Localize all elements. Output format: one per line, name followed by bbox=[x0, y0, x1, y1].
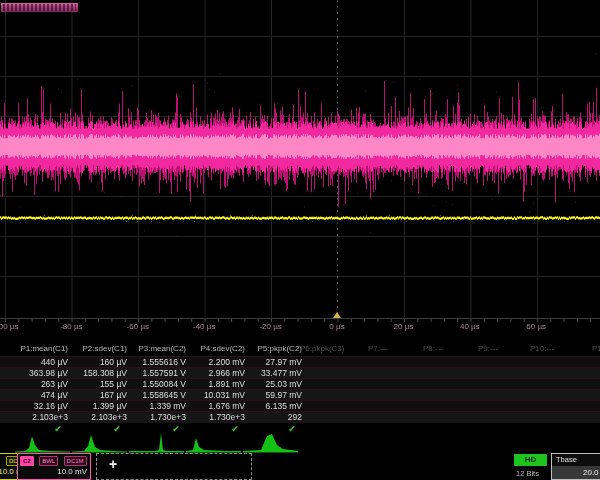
timebase-descriptor[interactable]: Tbase 20.0 µs bbox=[551, 453, 600, 480]
param-value: 1.339 mV bbox=[129, 401, 186, 412]
histicon-p4-chart bbox=[186, 432, 241, 453]
param-value: 1.557591 V bbox=[129, 368, 186, 379]
param-value: 440 µV bbox=[11, 357, 68, 368]
time-axis-label: -80 µs bbox=[60, 322, 82, 331]
param-value: 2.103e+3 bbox=[70, 412, 127, 423]
time-axis-label: -40 µs bbox=[193, 322, 215, 331]
param-value: 167 µV bbox=[70, 390, 127, 401]
adc-bits-label: 12 Bits bbox=[516, 469, 539, 478]
param-value: 59.97 mV bbox=[245, 390, 302, 401]
histicon-p5[interactable] bbox=[243, 432, 298, 453]
param-header[interactable]: P1:mean(C1) bbox=[11, 344, 68, 354]
param-value: 32.16 µV bbox=[11, 401, 68, 412]
time-axis: -100 µs-80 µs-60 µs-40 µs-20 µs0 µs20 µs… bbox=[0, 322, 600, 334]
tbase-label: Tbase bbox=[556, 455, 577, 464]
histicon-p2-chart bbox=[72, 432, 127, 453]
measure-table: P1:mean(C1)P2:sdev(C1)P3:mean(C2)P4:sdev… bbox=[0, 344, 600, 434]
param-header[interactable]: P4:sdev(C2) bbox=[188, 344, 245, 354]
histicon-p1-chart bbox=[15, 432, 70, 453]
param-value: 1.730e+3 bbox=[188, 412, 245, 423]
param-value: 10.031 mV bbox=[188, 390, 245, 401]
param-header-inactive[interactable]: P9:--- bbox=[478, 344, 538, 354]
c2-coupling-badge: DC1M bbox=[64, 456, 87, 466]
histicon-p5-chart bbox=[243, 432, 298, 453]
time-axis-label: 20 µs bbox=[394, 322, 414, 331]
time-axis-label: 60 µs bbox=[526, 322, 546, 331]
c2-channel-badge: C2 bbox=[20, 456, 34, 466]
param-value: 1.891 mV bbox=[188, 379, 245, 390]
histicon-p2[interactable] bbox=[72, 432, 127, 453]
c2-bwl-badge: BWL bbox=[39, 456, 58, 466]
param-value: 2.103e+3 bbox=[11, 412, 68, 423]
param-value: 1.558645 V bbox=[129, 390, 186, 401]
time-axis-label: -100 µs bbox=[0, 322, 18, 331]
param-value: 1.399 µV bbox=[70, 401, 127, 412]
time-axis-label: 40 µs bbox=[460, 322, 480, 331]
time-axis-label: -60 µs bbox=[127, 322, 149, 331]
param-header-inactive[interactable]: P6:pkpk(C3) bbox=[300, 344, 360, 354]
param-value: 1.676 mV bbox=[188, 401, 245, 412]
histicon-p1[interactable] bbox=[15, 432, 70, 453]
tbase-value: 20.0 µs bbox=[552, 466, 600, 479]
param-header[interactable]: P3:mean(C2) bbox=[129, 344, 186, 354]
time-axis-label: 0 µs bbox=[329, 322, 344, 331]
param-value: 27.97 mV bbox=[245, 357, 302, 368]
top-left-badge bbox=[1, 3, 78, 12]
param-value: 363.98 µV bbox=[11, 368, 68, 379]
param-value: 1.550084 V bbox=[129, 379, 186, 390]
channel-c2-descriptor[interactable]: C2 BWL DC1M 10.0 mV bbox=[17, 453, 91, 480]
param-value: 292 bbox=[245, 412, 302, 423]
param-value: 1.730e+3 bbox=[129, 412, 186, 423]
param-value: 33.477 mV bbox=[245, 368, 302, 379]
param-value: 25.03 mV bbox=[245, 379, 302, 390]
histicon-p3[interactable] bbox=[129, 432, 184, 453]
add-new-trace-button[interactable]: + bbox=[96, 453, 252, 480]
c2-scale-value: 10.0 mV bbox=[57, 467, 87, 476]
param-value: 1.555616 V bbox=[129, 357, 186, 368]
param-header-inactive[interactable]: P7:--- bbox=[368, 344, 428, 354]
param-value: 160 µV bbox=[70, 357, 127, 368]
trigger-position-marker bbox=[333, 312, 341, 318]
param-header-inactive[interactable]: P10:--- bbox=[530, 344, 590, 354]
param-value: 263 µV bbox=[11, 379, 68, 390]
plus-icon: + bbox=[109, 456, 117, 472]
param-header[interactable]: P2:sdev(C1) bbox=[70, 344, 127, 354]
param-value: 474 µV bbox=[11, 390, 68, 401]
histicon-p3-chart bbox=[129, 432, 184, 453]
oscilloscope-screen: -100 µs-80 µs-60 µs-40 µs-20 µs0 µs20 µs… bbox=[0, 0, 600, 480]
param-value: 155 µV bbox=[70, 379, 127, 390]
time-axis-label: -20 µs bbox=[259, 322, 281, 331]
param-header-inactive[interactable]: P8:--- bbox=[423, 344, 483, 354]
param-header[interactable]: P5:pkpk(C2) bbox=[245, 344, 302, 354]
hd-mode-badge[interactable]: HD bbox=[514, 454, 547, 466]
param-value: 158.308 µV bbox=[70, 368, 127, 379]
histicon-p4[interactable] bbox=[186, 432, 241, 453]
param-value: 6.135 mV bbox=[245, 401, 302, 412]
param-header-inactive[interactable]: P11:--- bbox=[592, 344, 600, 354]
param-value: 2.966 mV bbox=[188, 368, 245, 379]
param-value: 2.200 mV bbox=[188, 357, 245, 368]
